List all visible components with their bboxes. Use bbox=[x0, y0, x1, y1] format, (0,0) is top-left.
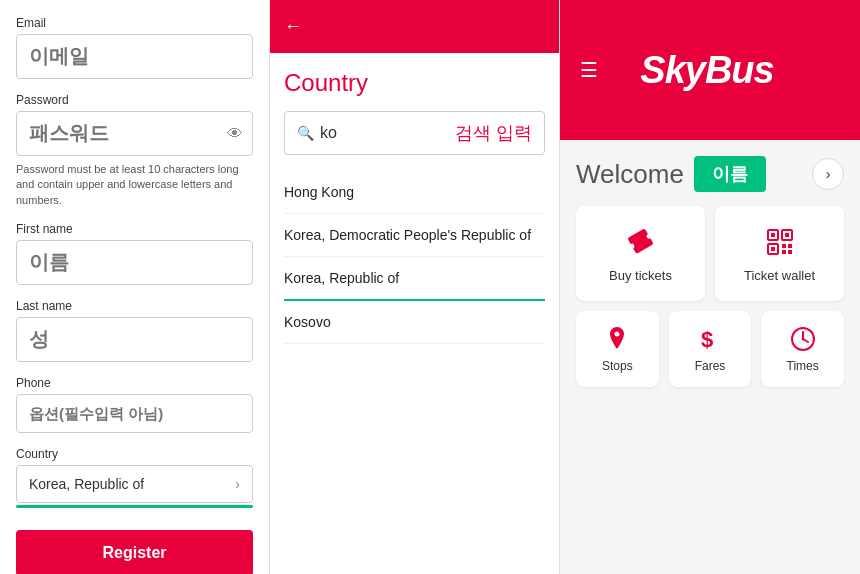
country-list-item[interactable]: Korea, Republic of bbox=[284, 257, 545, 301]
fares-card[interactable]: $ Fares bbox=[669, 311, 752, 387]
fares-label: Fares bbox=[695, 359, 726, 373]
stops-card[interactable]: Stops bbox=[576, 311, 659, 387]
country-list: Hong KongKorea, Democratic People's Repu… bbox=[284, 171, 545, 344]
dollar-icon: $ bbox=[696, 325, 724, 353]
ticket-wallet-card[interactable]: Ticket wallet bbox=[715, 206, 844, 301]
country-group: Country Korea, Republic of › bbox=[16, 447, 253, 508]
hamburger-icon[interactable]: ☰ bbox=[580, 58, 598, 82]
welcome-text: Welcome bbox=[576, 159, 684, 190]
country-label: Country bbox=[16, 447, 253, 461]
phone-label: Phone bbox=[16, 376, 253, 390]
ticket-icon bbox=[623, 224, 659, 260]
password-group: Password 👁 Password must be at least 10 … bbox=[16, 93, 253, 208]
ticket-wallet-label: Ticket wallet bbox=[744, 268, 815, 283]
carousel-next-arrow[interactable]: › bbox=[812, 158, 844, 190]
svg-text:$: $ bbox=[701, 327, 713, 352]
search-icon: 🔍 bbox=[297, 125, 314, 141]
svg-rect-5 bbox=[771, 247, 775, 251]
logo-sky: Sky bbox=[640, 49, 705, 91]
svg-point-14 bbox=[801, 338, 804, 341]
secondary-actions-grid: Stops $ Fares Times bbox=[576, 311, 844, 387]
svg-rect-8 bbox=[782, 250, 786, 254]
lastname-label: Last name bbox=[16, 299, 253, 313]
svg-rect-3 bbox=[785, 233, 789, 237]
clock-icon bbox=[789, 325, 817, 353]
logo-bus: Bus bbox=[705, 49, 774, 91]
welcome-section: Welcome 이름 › bbox=[576, 156, 844, 192]
country-picker-header: ← bbox=[270, 0, 559, 53]
country-underline bbox=[16, 505, 253, 508]
search-typed-value: ko bbox=[320, 124, 449, 142]
skybus-header: ☰ SkyBus bbox=[560, 0, 860, 140]
email-group: Email bbox=[16, 16, 253, 79]
svg-rect-9 bbox=[788, 250, 792, 254]
country-list-item[interactable]: Hong Kong bbox=[284, 171, 545, 214]
svg-rect-6 bbox=[782, 244, 786, 248]
firstname-input[interactable] bbox=[16, 240, 253, 285]
registration-form: Email Password 👁 Password must be at lea… bbox=[0, 0, 270, 574]
main-app-panel: ☰ SkyBus Welcome 이름 › Buy tickets bbox=[560, 0, 860, 574]
main-actions-grid: Buy tickets Ticket wallet bbox=[576, 206, 844, 301]
phone-group: Phone bbox=[16, 376, 253, 433]
back-arrow-icon[interactable]: ← bbox=[284, 16, 302, 37]
password-hint: Password must be at least 10 characters … bbox=[16, 162, 253, 208]
firstname-group: First name bbox=[16, 222, 253, 285]
skybus-logo: SkyBus bbox=[640, 49, 773, 92]
times-label: Times bbox=[787, 359, 819, 373]
times-card[interactable]: Times bbox=[761, 311, 844, 387]
country-picker-title: Country bbox=[284, 69, 545, 97]
svg-rect-1 bbox=[771, 233, 775, 237]
password-label: Password bbox=[16, 93, 253, 107]
country-selected-value: Korea, Republic of bbox=[29, 476, 144, 492]
qr-icon bbox=[762, 224, 798, 260]
pin-icon bbox=[603, 325, 631, 353]
email-label: Email bbox=[16, 16, 253, 30]
firstname-label: First name bbox=[16, 222, 253, 236]
password-input[interactable] bbox=[16, 111, 253, 156]
country-picker-content: Country 🔍 ko 검색 입력 Hong KongKorea, Democ… bbox=[270, 53, 559, 360]
register-button[interactable]: Register bbox=[16, 530, 253, 574]
search-placeholder-text: 검색 입력 bbox=[455, 121, 532, 145]
country-picker: ← Country 🔍 ko 검색 입력 Hong KongKorea, Dem… bbox=[270, 0, 560, 574]
right-content: Welcome 이름 › Buy tickets bbox=[560, 140, 860, 574]
svg-rect-7 bbox=[788, 244, 792, 248]
show-password-icon[interactable]: 👁 bbox=[227, 125, 243, 143]
password-wrapper: 👁 bbox=[16, 111, 253, 156]
country-list-item[interactable]: Korea, Democratic People's Republic of bbox=[284, 214, 545, 257]
user-name-badge: 이름 bbox=[694, 156, 766, 192]
country-list-item[interactable]: Kosovo bbox=[284, 301, 545, 344]
country-selector[interactable]: Korea, Republic of › bbox=[16, 465, 253, 503]
country-search-box[interactable]: 🔍 ko 검색 입력 bbox=[284, 111, 545, 155]
lastname-group: Last name bbox=[16, 299, 253, 362]
buy-tickets-label: Buy tickets bbox=[609, 268, 672, 283]
email-input[interactable] bbox=[16, 34, 253, 79]
lastname-input[interactable] bbox=[16, 317, 253, 362]
chevron-right-icon: › bbox=[235, 476, 240, 492]
phone-input[interactable] bbox=[16, 394, 253, 433]
stops-label: Stops bbox=[602, 359, 633, 373]
buy-tickets-card[interactable]: Buy tickets bbox=[576, 206, 705, 301]
